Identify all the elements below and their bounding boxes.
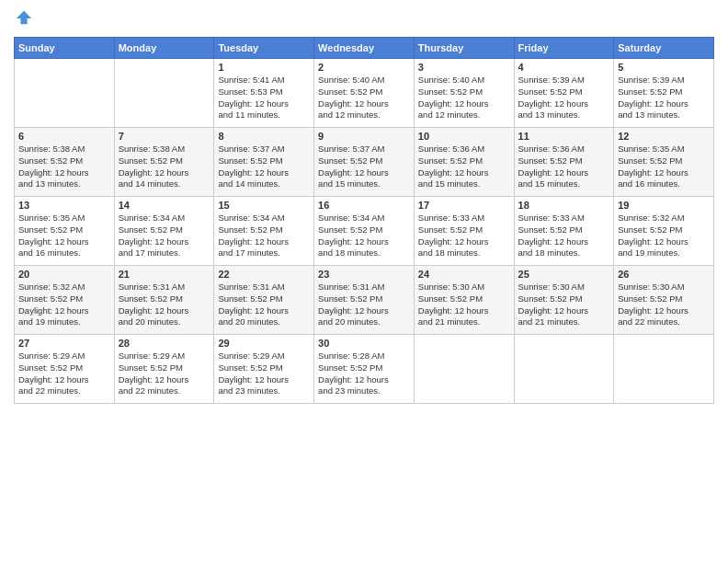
calendar-cell: 10Sunrise: 5:36 AM Sunset: 5:52 PM Dayli… [414,128,514,197]
calendar-cell: 19Sunrise: 5:32 AM Sunset: 5:52 PM Dayli… [614,197,714,266]
day-number: 9 [318,131,410,142]
calendar-header-row: SundayMondayTuesdayWednesdayThursdayFrid… [15,38,714,59]
day-info: Sunrise: 5:32 AM Sunset: 5:52 PM Dayligh… [618,213,710,259]
day-info: Sunrise: 5:38 AM Sunset: 5:52 PM Dayligh… [119,144,210,190]
day-number: 19 [618,200,710,211]
day-number: 27 [18,338,110,349]
calendar-cell: 5Sunrise: 5:39 AM Sunset: 5:52 PM Daylig… [614,59,714,128]
day-info: Sunrise: 5:32 AM Sunset: 5:52 PM Dayligh… [18,282,110,328]
calendar-cell: 4Sunrise: 5:39 AM Sunset: 5:52 PM Daylig… [514,59,614,128]
logo [14,9,32,29]
day-number: 8 [218,131,310,142]
calendar-cell: 7Sunrise: 5:38 AM Sunset: 5:52 PM Daylig… [114,128,214,197]
calendar-header-thursday: Thursday [414,38,514,59]
calendar-cell: 12Sunrise: 5:35 AM Sunset: 5:52 PM Dayli… [614,128,714,197]
calendar-cell: 22Sunrise: 5:31 AM Sunset: 5:52 PM Dayli… [214,266,314,335]
day-number: 13 [18,200,110,211]
header [14,9,714,29]
day-number: 26 [618,269,710,280]
calendar-cell: 21Sunrise: 5:31 AM Sunset: 5:52 PM Dayli… [114,266,214,335]
calendar-cell: 23Sunrise: 5:31 AM Sunset: 5:52 PM Dayli… [314,266,415,335]
calendar-week-5: 27Sunrise: 5:29 AM Sunset: 5:52 PM Dayli… [15,335,714,404]
day-number: 30 [318,338,410,349]
calendar-cell [114,59,214,128]
day-info: Sunrise: 5:39 AM Sunset: 5:52 PM Dayligh… [518,75,610,121]
calendar-week-3: 13Sunrise: 5:35 AM Sunset: 5:52 PM Dayli… [15,197,714,266]
day-number: 6 [18,131,110,142]
calendar-cell: 11Sunrise: 5:36 AM Sunset: 5:52 PM Dayli… [514,128,614,197]
calendar-cell: 13Sunrise: 5:35 AM Sunset: 5:52 PM Dayli… [15,197,115,266]
calendar-week-2: 6Sunrise: 5:38 AM Sunset: 5:52 PM Daylig… [15,128,714,197]
day-number: 2 [318,62,410,73]
day-info: Sunrise: 5:30 AM Sunset: 5:52 PM Dayligh… [518,282,610,328]
calendar-cell: 6Sunrise: 5:38 AM Sunset: 5:52 PM Daylig… [15,128,115,197]
day-number: 12 [618,131,710,142]
day-info: Sunrise: 5:40 AM Sunset: 5:52 PM Dayligh… [418,75,510,121]
calendar-cell: 8Sunrise: 5:37 AM Sunset: 5:52 PM Daylig… [214,128,314,197]
day-number: 3 [418,62,510,73]
day-number: 17 [418,200,510,211]
day-info: Sunrise: 5:29 AM Sunset: 5:52 PM Dayligh… [218,350,310,397]
day-number: 4 [518,62,610,73]
calendar-cell: 30Sunrise: 5:28 AM Sunset: 5:52 PM Dayli… [314,335,415,404]
day-number: 16 [318,200,410,211]
calendar-header-tuesday: Tuesday [214,38,314,59]
calendar-cell: 14Sunrise: 5:34 AM Sunset: 5:52 PM Dayli… [114,197,214,266]
day-info: Sunrise: 5:31 AM Sunset: 5:52 PM Dayligh… [318,282,410,328]
day-number: 1 [218,62,310,73]
calendar-cell: 9Sunrise: 5:37 AM Sunset: 5:52 PM Daylig… [314,128,415,197]
day-info: Sunrise: 5:28 AM Sunset: 5:52 PM Dayligh… [318,350,410,397]
calendar-cell: 27Sunrise: 5:29 AM Sunset: 5:52 PM Dayli… [15,335,115,404]
day-number: 20 [18,269,110,280]
calendar-cell: 15Sunrise: 5:34 AM Sunset: 5:52 PM Dayli… [214,197,314,266]
day-info: Sunrise: 5:34 AM Sunset: 5:52 PM Dayligh… [218,213,310,259]
day-number: 23 [318,269,410,280]
calendar-header-sunday: Sunday [15,38,115,59]
calendar-cell [514,335,614,404]
calendar: SundayMondayTuesdayWednesdayThursdayFrid… [14,37,714,404]
calendar-cell: 24Sunrise: 5:30 AM Sunset: 5:52 PM Dayli… [414,266,514,335]
day-info: Sunrise: 5:35 AM Sunset: 5:52 PM Dayligh… [618,144,710,190]
day-info: Sunrise: 5:29 AM Sunset: 5:52 PM Dayligh… [119,350,210,397]
day-info: Sunrise: 5:37 AM Sunset: 5:52 PM Dayligh… [218,144,310,190]
day-number: 29 [218,338,310,349]
day-number: 11 [518,131,610,142]
calendar-cell: 28Sunrise: 5:29 AM Sunset: 5:52 PM Dayli… [114,335,214,404]
day-info: Sunrise: 5:36 AM Sunset: 5:52 PM Dayligh… [518,144,610,190]
day-number: 24 [418,269,510,280]
calendar-cell [15,59,115,128]
logo-icon [16,9,32,26]
day-number: 28 [119,338,210,349]
day-info: Sunrise: 5:34 AM Sunset: 5:52 PM Dayligh… [318,213,410,259]
day-number: 5 [618,62,710,73]
calendar-cell [414,335,514,404]
day-info: Sunrise: 5:37 AM Sunset: 5:52 PM Dayligh… [318,144,410,190]
day-info: Sunrise: 5:30 AM Sunset: 5:52 PM Dayligh… [618,282,710,328]
calendar-cell: 1Sunrise: 5:41 AM Sunset: 5:53 PM Daylig… [214,59,314,128]
day-info: Sunrise: 5:39 AM Sunset: 5:52 PM Dayligh… [618,75,710,121]
day-number: 10 [418,131,510,142]
day-number: 15 [218,200,310,211]
day-number: 14 [119,200,210,211]
calendar-cell: 18Sunrise: 5:33 AM Sunset: 5:52 PM Dayli… [514,197,614,266]
calendar-cell: 25Sunrise: 5:30 AM Sunset: 5:52 PM Dayli… [514,266,614,335]
logo-text [14,9,32,29]
calendar-cell [614,335,714,404]
calendar-cell: 2Sunrise: 5:40 AM Sunset: 5:52 PM Daylig… [314,59,415,128]
day-number: 7 [119,131,210,142]
calendar-week-1: 1Sunrise: 5:41 AM Sunset: 5:53 PM Daylig… [15,59,714,128]
calendar-cell: 3Sunrise: 5:40 AM Sunset: 5:52 PM Daylig… [414,59,514,128]
day-info: Sunrise: 5:31 AM Sunset: 5:52 PM Dayligh… [119,282,210,328]
day-info: Sunrise: 5:36 AM Sunset: 5:52 PM Dayligh… [418,144,510,190]
day-info: Sunrise: 5:33 AM Sunset: 5:52 PM Dayligh… [418,213,510,259]
calendar-header-wednesday: Wednesday [314,38,415,59]
day-number: 18 [518,200,610,211]
day-info: Sunrise: 5:29 AM Sunset: 5:52 PM Dayligh… [18,350,110,397]
calendar-cell: 29Sunrise: 5:29 AM Sunset: 5:52 PM Dayli… [214,335,314,404]
calendar-week-4: 20Sunrise: 5:32 AM Sunset: 5:52 PM Dayli… [15,266,714,335]
calendar-cell: 20Sunrise: 5:32 AM Sunset: 5:52 PM Dayli… [15,266,115,335]
svg-marker-0 [17,11,31,24]
calendar-cell: 17Sunrise: 5:33 AM Sunset: 5:52 PM Dayli… [414,197,514,266]
day-info: Sunrise: 5:34 AM Sunset: 5:52 PM Dayligh… [119,213,210,259]
day-info: Sunrise: 5:33 AM Sunset: 5:52 PM Dayligh… [518,213,610,259]
